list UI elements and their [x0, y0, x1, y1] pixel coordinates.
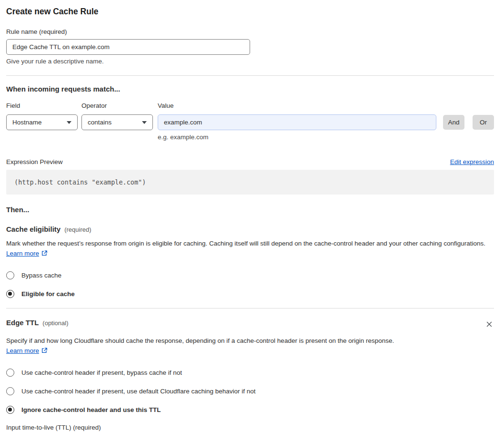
ttl-field-group: Input time-to-live (TTL) (required) 1 da… [6, 424, 494, 432]
external-link-icon [41, 347, 48, 357]
cache-eligibility-description-text: Mark whether the request’s response from… [6, 240, 485, 247]
field-select[interactable]: Hostname [6, 114, 78, 130]
radio-option-ignore-header-use-ttl[interactable]: Ignore cache-control header and use this… [6, 405, 494, 414]
cache-eligibility-learn-more-link[interactable]: Learn more [6, 250, 39, 257]
field-select-value: Hostname [12, 119, 42, 126]
operator-column: Operator contains [81, 102, 153, 130]
expression-preview-label: Expression Preview [6, 158, 63, 165]
cache-eligibility-header: Cache eligibility (required) [6, 225, 494, 233]
radio-label: Use cache-control header if present, byp… [21, 369, 182, 376]
radio-label: Bypass cache [21, 272, 61, 279]
radio-option-eligible-for-cache[interactable]: Eligible for cache [6, 289, 494, 298]
operator-select[interactable]: contains [81, 114, 153, 130]
radio-unselected-icon [6, 387, 14, 395]
radio-selected-icon [6, 406, 14, 414]
rule-name-field-group: Rule name (required) [6, 28, 250, 55]
field-column: Field Hostname [6, 102, 78, 130]
radio-option-use-header-default[interactable]: Use cache-control header if present, use… [6, 387, 494, 395]
radio-unselected-icon [6, 271, 14, 279]
radio-label: Ignore cache-control header and use this… [21, 406, 161, 413]
ttl-label: Input time-to-live (TTL) (required) [6, 424, 494, 431]
edge-ttl-description-text: Specify if and how long Cloudflare shoul… [6, 337, 394, 344]
edge-ttl-options: Use cache-control header if present, byp… [6, 368, 494, 414]
value-column: Value [158, 102, 436, 130]
value-label: Value [158, 102, 436, 109]
rule-name-label: Rule name (required) [6, 28, 250, 35]
then-heading: Then... [6, 206, 494, 214]
expression-header: Expression Preview Edit expression [6, 158, 494, 165]
section-divider [6, 308, 494, 309]
section-divider [6, 75, 494, 76]
rule-name-input[interactable] [6, 39, 250, 55]
radio-label: Use cache-control header if present, use… [21, 388, 256, 395]
radio-unselected-icon [6, 369, 14, 377]
cache-eligibility-description: Mark whether the request’s response from… [6, 238, 487, 259]
conjunction-buttons: And Or [443, 115, 494, 130]
operator-label: Operator [81, 102, 153, 109]
cache-eligibility-title: Cache eligibility [6, 225, 60, 233]
radio-selected-icon [6, 290, 14, 298]
close-icon[interactable] [484, 319, 494, 330]
operator-select-value: contains [88, 119, 111, 126]
match-heading: When incoming requests match... [6, 85, 494, 93]
edge-ttl-header: Edge TTL (optional) [6, 319, 494, 330]
chevron-down-icon [142, 121, 147, 124]
expression-code-block: (http.host contains "example.com") [6, 170, 494, 195]
cache-eligibility-qualifier: (required) [64, 226, 91, 233]
match-condition-row: Field Hostname Operator contains Value A… [6, 102, 494, 130]
external-link-icon [41, 249, 48, 259]
radio-option-bypass-cache[interactable]: Bypass cache [6, 271, 494, 279]
match-section: When incoming requests match... Field Ho… [6, 85, 494, 141]
create-cache-rule-form: Create new Cache Rule Rule name (require… [0, 0, 504, 432]
and-button[interactable]: And [443, 115, 464, 130]
value-input[interactable] [158, 114, 436, 130]
chevron-down-icon [67, 121, 71, 124]
edge-ttl-title-row: Edge TTL (optional) [6, 319, 69, 327]
field-label: Field [6, 102, 78, 109]
cache-eligibility-options: Bypass cache Eligible for cache [6, 271, 494, 298]
or-button[interactable]: Or [473, 115, 494, 130]
edit-expression-link[interactable]: Edit expression [450, 158, 494, 165]
page-title: Create new Cache Rule [6, 7, 494, 17]
edge-ttl-qualifier: (optional) [42, 319, 68, 327]
radio-label: Eligible for cache [21, 290, 75, 298]
edge-ttl-learn-more-link[interactable]: Learn more [6, 347, 39, 354]
edge-ttl-description: Specify if and how long Cloudflare shoul… [6, 336, 402, 357]
edge-ttl-title: Edge TTL [6, 319, 39, 327]
rule-name-helper: Give your rule a descriptive name. [6, 58, 494, 65]
radio-option-use-header-bypass[interactable]: Use cache-control header if present, byp… [6, 368, 494, 377]
value-helper: e.g. example.com [158, 134, 494, 141]
